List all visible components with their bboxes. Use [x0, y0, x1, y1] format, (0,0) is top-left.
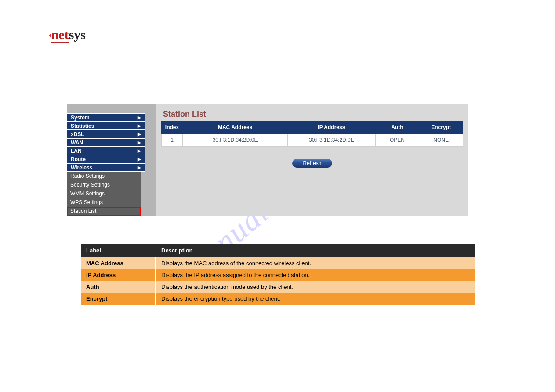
nav-xdsl[interactable]: xDSL ▶ — [67, 130, 145, 138]
brand-logo: ‹netsys — [48, 27, 86, 42]
th-encrypt: Encrypt — [419, 121, 463, 134]
desc-label: IP Address — [81, 269, 156, 281]
table-row: 1 30:F3:1D:34:2D:0E 30:F3:1D:34:2D:0E OP… — [162, 134, 463, 147]
nav-label: Wireless — [71, 165, 92, 171]
desc-th-label: Label — [81, 244, 156, 257]
chevron-right-icon: ▶ — [138, 132, 141, 137]
table-header-row: Index MAC Address IP Address Auth Encryp… — [162, 121, 463, 134]
nav-wan[interactable]: WAN ▶ — [67, 138, 145, 147]
nav-label: xDSL — [71, 131, 84, 137]
desc-text: Displays the IP address assigned to the … — [156, 269, 475, 281]
sub-station-list[interactable]: Station List — [67, 207, 141, 216]
nav-label: System — [71, 115, 90, 121]
chevron-right-icon: ▶ — [138, 123, 141, 128]
cell-encrypt: NONE — [419, 134, 463, 147]
logo-part1: net — [51, 27, 69, 43]
desc-row: MAC Address Displays the MAC address of … — [81, 257, 475, 269]
chevron-right-icon: ▶ — [138, 165, 141, 170]
nav-system[interactable]: System ▶ — [67, 113, 145, 122]
sidebar: System ▶ Statistics ▶ xDSL ▶ WAN ▶ LAN ▶… — [67, 104, 156, 216]
nav-label: Statistics — [71, 123, 94, 129]
wireless-submenu: Radio Settings Security Settings WMM Set… — [67, 172, 141, 216]
desc-text: Displays the authentication mode used by… — [156, 281, 475, 293]
desc-label: MAC Address — [81, 257, 156, 269]
cell-index: 1 — [162, 134, 183, 147]
chevron-right-icon: ▶ — [138, 140, 141, 145]
th-index: Index — [162, 121, 183, 134]
nav-label: WAN — [71, 140, 83, 146]
sub-wps-settings[interactable]: WPS Settings — [67, 198, 141, 207]
chevron-right-icon: ▶ — [138, 148, 141, 153]
refresh-button[interactable]: Refresh — [292, 159, 332, 168]
chevron-right-icon: ▶ — [138, 157, 141, 162]
desc-text: Displays the MAC address of the connecte… — [156, 257, 475, 269]
sub-radio-settings[interactable]: Radio Settings — [67, 172, 141, 180]
th-auth: Auth — [375, 121, 419, 134]
router-admin-ui: System ▶ Statistics ▶ xDSL ▶ WAN ▶ LAN ▶… — [67, 104, 468, 216]
nav-wireless[interactable]: Wireless ▶ — [67, 163, 145, 172]
cell-ip: 30:F3:1D:34:2D:0E — [288, 134, 375, 147]
logo-part2: sys — [69, 27, 86, 42]
th-ip: IP Address — [288, 121, 375, 134]
desc-text: Displays the encryption type used by the… — [156, 293, 475, 305]
page-title: Station List — [163, 110, 463, 119]
desc-label: Auth — [81, 281, 156, 293]
desc-row: Auth Displays the authentication mode us… — [81, 281, 475, 293]
sidebar-spacer — [67, 104, 156, 113]
refresh-wrap: Refresh — [161, 159, 463, 168]
chevron-right-icon: ▶ — [138, 115, 141, 120]
nav-route[interactable]: Route ▶ — [67, 155, 145, 163]
content-area: Station List Index MAC Address IP Addres… — [156, 104, 468, 216]
th-mac: MAC Address — [182, 121, 287, 134]
cell-auth: OPEN — [375, 134, 419, 147]
nav-label: Route — [71, 156, 86, 162]
desc-row: IP Address Displays the IP address assig… — [81, 269, 475, 281]
station-table: Index MAC Address IP Address Auth Encryp… — [161, 121, 463, 147]
desc-th-description: Description — [156, 244, 475, 257]
desc-row: Encrypt Displays the encryption type use… — [81, 293, 475, 305]
cell-mac: 30:F3:1D:34:2D:0E — [182, 134, 287, 147]
desc-label: Encrypt — [81, 293, 156, 305]
nav-lan[interactable]: LAN ▶ — [67, 147, 145, 155]
nav-statistics[interactable]: Statistics ▶ — [67, 122, 145, 130]
sub-security-settings[interactable]: Security Settings — [67, 180, 141, 189]
nav-label: LAN — [71, 148, 82, 154]
desc-header-row: Label Description — [81, 244, 475, 257]
header-divider — [215, 43, 475, 43]
sub-wmm-settings[interactable]: WMM Settings — [67, 189, 141, 198]
description-table: Label Description MAC Address Displays t… — [81, 244, 475, 305]
